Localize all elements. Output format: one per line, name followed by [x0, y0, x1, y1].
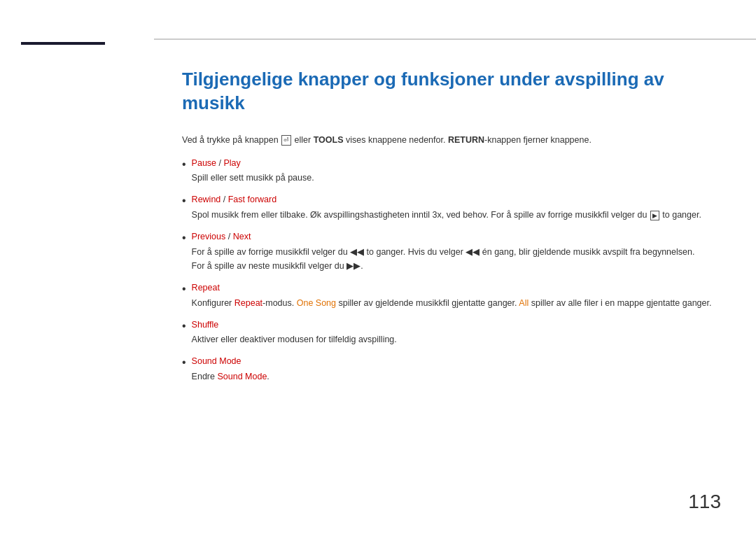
bullet-title-prev-next: Previous / Next [192, 230, 721, 244]
bullet-content-prev-next: Previous / Next For å spille av forrige … [192, 230, 721, 273]
sidebar-accent-bar [21, 42, 105, 45]
bullet-dot: • [182, 231, 186, 244]
bullet-dot: • [182, 157, 186, 171]
label-pause: Pause [192, 158, 216, 168]
bullet-desc-pause-play: Spill eller sett musikk på pause. [192, 171, 721, 185]
label-all: All [519, 298, 528, 308]
intro-text: Ved å trykke på knappen ⏎ eller TOOLS vi… [182, 133, 721, 147]
label-repeat: Repeat [192, 283, 220, 293]
bullet-title-shuffle: Shuffle [192, 318, 721, 332]
bullet-dot: • [182, 319, 186, 332]
left-sidebar [0, 0, 154, 534]
label-shuffle: Shuffle [192, 320, 219, 330]
tools-label: TOOLS [314, 135, 344, 145]
label-next: Next [233, 232, 251, 241]
bullet-dot: • [182, 194, 186, 207]
separator: / [220, 195, 227, 204]
bullet-dot: • [182, 356, 186, 369]
bullet-title-pause-play: Pause / Play [192, 157, 721, 170]
page-container: Tilgjengelige knapper og funksjoner unde… [0, 0, 756, 534]
bullet-title-sound-mode: Sound Mode [192, 355, 721, 368]
label-sound-mode-inline: Sound Mode [217, 372, 267, 381]
return-label: RETURN [448, 135, 484, 145]
list-item-prev-next: • Previous / Next For å spille av forrig… [182, 230, 721, 273]
return-icon: ⏎ [281, 135, 291, 146]
bullet-title-rewind-ff: Rewind / Fast forward [192, 193, 721, 206]
label-previous: Previous [192, 232, 226, 241]
list-item-repeat: • Repeat Konfigurer Repeat-modus. One So… [182, 281, 721, 310]
bullet-desc-sound-mode: Endre Sound Mode. [192, 370, 721, 384]
bullet-list: • Pause / Play Spill eller sett musikk p… [182, 157, 721, 384]
bullet-desc-shuffle: Aktiver eller deaktiver modusen for tilf… [192, 332, 721, 346]
list-item-rewind-ff: • Rewind / Fast forward Spol musikk frem… [182, 193, 721, 222]
separator: / [216, 158, 223, 168]
bullet-desc-prev-next-2: For å spille av neste musikkfil velger d… [192, 259, 721, 273]
bullet-content-sound-mode: Sound Mode Endre Sound Mode. [192, 355, 721, 384]
bullet-desc-rewind-ff: Spol musikk frem eller tilbake. Øk avspi… [192, 208, 721, 222]
separator: / [225, 232, 232, 241]
bullet-dot: • [182, 282, 186, 295]
main-content: Tilgjengelige knapper og funksjoner unde… [154, 38, 756, 534]
bullet-content-rewind-ff: Rewind / Fast forward Spol musikk frem e… [192, 193, 721, 222]
label-play: Play [223, 158, 240, 168]
bullet-title-repeat: Repeat [192, 281, 721, 295]
label-fastforward: Fast forward [228, 195, 276, 204]
play-icon: ▶ [650, 211, 659, 221]
list-item-sound-mode: • Sound Mode Endre Sound Mode. [182, 355, 721, 384]
page-title: Tilgjengelige knapper og funksjoner unde… [182, 68, 721, 115]
page-number: 113 [688, 491, 721, 513]
bullet-content-shuffle: Shuffle Aktiver eller deaktiver modusen … [192, 318, 721, 347]
bullet-desc-repeat: Konfigurer Repeat-modus. One Song spille… [192, 296, 721, 310]
label-rewind: Rewind [192, 195, 221, 204]
label-sound-mode: Sound Mode [192, 356, 241, 366]
list-item-shuffle: • Shuffle Aktiver eller deaktiver moduse… [182, 318, 721, 347]
list-item-pause-play: • Pause / Play Spill eller sett musikk p… [182, 157, 721, 185]
label-one-song: One Song [297, 298, 336, 308]
bullet-content-pause-play: Pause / Play Spill eller sett musikk på … [192, 157, 721, 185]
bullet-desc-prev-next-1: For å spille av forrige musikkfil velger… [192, 245, 721, 259]
bullet-content-repeat: Repeat Konfigurer Repeat-modus. One Song… [192, 281, 721, 310]
label-repeat-inline: Repeat [234, 298, 262, 308]
